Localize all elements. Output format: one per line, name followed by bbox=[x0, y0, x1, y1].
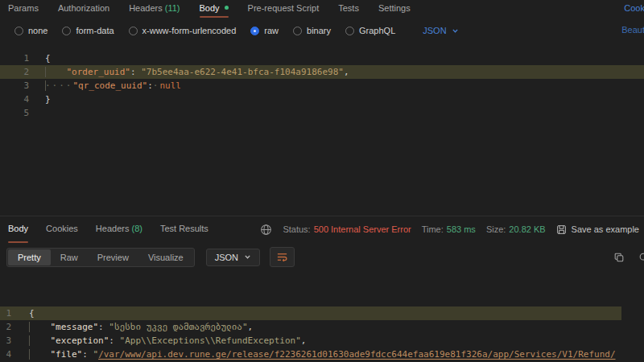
code-token: : bbox=[82, 348, 93, 361]
code-line: 1{ bbox=[0, 51, 644, 65]
response-tab-label: Headers bbox=[96, 224, 130, 233]
body-type-x-www-form-urlencoded[interactable]: x-www-form-urlencoded bbox=[129, 26, 237, 35]
radio-circle-icon bbox=[14, 27, 23, 35]
code-token: { bbox=[29, 306, 35, 320]
time-readout: Time: 583 ms bbox=[422, 224, 476, 234]
response-view-preview[interactable]: Preview bbox=[88, 249, 138, 265]
code-content: ····"qr_code_uuid":·null bbox=[39, 79, 181, 93]
response-format-select[interactable]: JSON bbox=[206, 249, 260, 266]
request-tab-params[interactable]: Params bbox=[8, 0, 39, 17]
radio-circle-icon bbox=[62, 27, 71, 35]
text-wrap-icon bbox=[276, 251, 288, 263]
code-token: : bbox=[109, 334, 119, 348]
response-tab-body[interactable]: Body bbox=[8, 216, 28, 242]
request-tab-headers[interactable]: Headers (11) bbox=[129, 0, 180, 17]
code-token: "file" bbox=[51, 348, 83, 361]
request-tab-body[interactable]: Body bbox=[200, 0, 229, 17]
body-type-row: noneform-datax-www-form-urlencodedrawbin… bbox=[0, 22, 644, 39]
code-token bbox=[29, 348, 51, 361]
body-type-label: binary bbox=[307, 26, 331, 35]
chevron-down-icon bbox=[452, 27, 459, 35]
code-token: { bbox=[45, 51, 51, 65]
body-type-label: none bbox=[28, 26, 47, 35]
code-token: , bbox=[248, 320, 254, 334]
response-panel: BodyCookiesHeaders (8)Test Results Statu… bbox=[0, 216, 644, 362]
request-body-editor[interactable]: 1{2 "order_uuid": "7b5ee4aa-e622-4e41-bf… bbox=[0, 47, 644, 216]
body-type-binary[interactable]: binary bbox=[293, 26, 331, 35]
request-tab-label: Authorization bbox=[58, 3, 109, 13]
code-token: ···· bbox=[45, 79, 73, 93]
file-path-link[interactable]: /var/www/api.dev.rune.ge/release/f223626… bbox=[98, 348, 615, 361]
code-token: } bbox=[45, 93, 51, 106]
radio-circle-icon bbox=[345, 27, 354, 35]
network-globe-icon[interactable] bbox=[260, 224, 272, 236]
status-value[interactable]: 500 Internal Server Error bbox=[314, 224, 411, 234]
request-tab-label: Settings bbox=[378, 3, 411, 13]
line-number: 2 bbox=[0, 65, 39, 79]
code-token: "qr_code_uuid" bbox=[73, 79, 148, 93]
save-as-example-label: Save as example bbox=[572, 224, 639, 234]
code-line: 1{ bbox=[0, 306, 621, 320]
response-tab-test-results[interactable]: Test Results bbox=[160, 216, 208, 242]
response-tab-label: Test Results bbox=[160, 224, 208, 233]
request-tab-label: Params bbox=[8, 3, 39, 13]
copy-icon[interactable] bbox=[613, 252, 625, 263]
request-tab-pre-request-script[interactable]: Pre-request Script bbox=[248, 0, 320, 17]
code-token: : bbox=[98, 320, 109, 334]
code-content: { bbox=[18, 306, 35, 320]
code-line: 4} bbox=[0, 93, 644, 106]
save-as-example-button[interactable]: Save as example bbox=[556, 224, 639, 235]
code-content: "order_uuid": "7b5ee4aa-e622-4e41-bfca-f… bbox=[39, 65, 349, 79]
code-token: null bbox=[159, 79, 181, 93]
code-token bbox=[29, 334, 51, 348]
line-number: 3 bbox=[0, 79, 39, 93]
save-icon bbox=[556, 224, 567, 235]
radio-circle-icon bbox=[293, 27, 302, 35]
response-view-visualize[interactable]: Visualize bbox=[138, 249, 193, 265]
request-tab-label: Headers bbox=[129, 3, 163, 13]
wrap-lines-button[interactable] bbox=[270, 247, 295, 267]
body-type-raw[interactable]: raw bbox=[250, 26, 279, 35]
code-line: 5 bbox=[0, 106, 644, 120]
size-value[interactable]: 20.82 KB bbox=[509, 224, 545, 234]
body-type-label: raw bbox=[264, 26, 279, 35]
response-tab-headers[interactable]: Headers (8) bbox=[96, 216, 142, 242]
count-badge: (8) bbox=[129, 224, 142, 233]
cookies-link[interactable]: Cookies bbox=[624, 3, 644, 13]
response-view-pretty[interactable]: Pretty bbox=[8, 249, 51, 265]
response-view-raw[interactable]: Raw bbox=[51, 249, 88, 265]
code-content bbox=[39, 106, 45, 120]
body-type-form-data[interactable]: form-data bbox=[62, 26, 114, 35]
line-number: 2 bbox=[0, 320, 18, 334]
code-token: · bbox=[153, 79, 160, 93]
code-token: " bbox=[93, 348, 99, 361]
request-tab-authorization[interactable]: Authorization bbox=[58, 0, 109, 17]
code-line: 2 "message": "სესხი უკვე დამთავრებულია", bbox=[0, 320, 644, 334]
body-type-label: form-data bbox=[76, 26, 114, 35]
line-number: 3 bbox=[0, 334, 18, 348]
response-tab-cookies[interactable]: Cookies bbox=[46, 216, 78, 242]
body-type-none[interactable]: none bbox=[14, 26, 47, 35]
code-line: 3 "exception": "App\\Exceptions\\RefundE… bbox=[0, 334, 644, 348]
body-type-label: GraphQL bbox=[359, 26, 395, 35]
code-token: "სესხი უკვე დამთავრებულია" bbox=[109, 320, 247, 334]
response-format-value: JSON bbox=[215, 253, 238, 262]
status-readout: Status: 500 Internal Server Error bbox=[283, 224, 411, 234]
response-meta-bar: Status: 500 Internal Server Error Time: … bbox=[260, 216, 644, 242]
body-language-select[interactable]: JSON bbox=[423, 26, 458, 35]
code-content: } bbox=[39, 93, 51, 106]
response-body-editor[interactable]: 1{2 "message": "სესხი უკვე დამთავრებულია… bbox=[0, 304, 644, 362]
code-token bbox=[29, 320, 51, 334]
response-tab-label: Cookies bbox=[46, 224, 78, 233]
request-tab-label: Pre-request Script bbox=[248, 3, 320, 13]
request-tab-settings[interactable]: Settings bbox=[378, 0, 411, 17]
size-label: Size: bbox=[486, 224, 506, 234]
search-icon[interactable] bbox=[638, 252, 644, 263]
code-token: : bbox=[147, 79, 153, 93]
code-token: "7b5ee4aa-e622-4e41-bfca-f104a9186e98" bbox=[141, 65, 344, 79]
time-value[interactable]: 583 ms bbox=[447, 224, 476, 234]
body-type-graphql[interactable]: GraphQL bbox=[345, 26, 395, 35]
postman-dark-ui: { "request": { "tabs": [ {"label": "Para… bbox=[0, 0, 644, 362]
beautify-link[interactable]: Beautify bbox=[621, 25, 644, 35]
request-tab-tests[interactable]: Tests bbox=[338, 0, 359, 17]
